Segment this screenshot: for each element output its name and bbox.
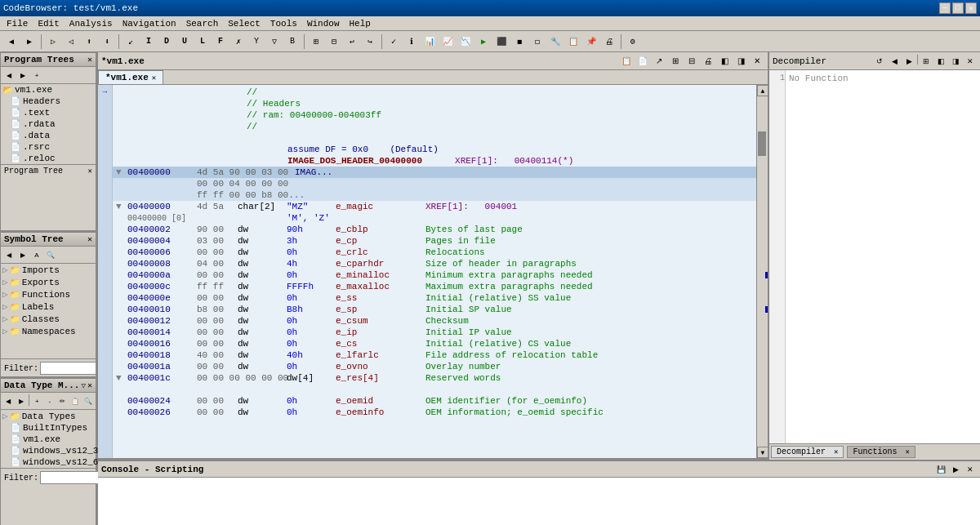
menu-help[interactable]: Help bbox=[344, 18, 375, 29]
dec-btn-3[interactable]: ⊞ bbox=[920, 55, 933, 68]
expand-icon-namespaces[interactable]: ▷ bbox=[2, 326, 8, 336]
code-row-00400000-bytes[interactable]: ▼ 00400000 4d 5a 90 00 03 00 IMAG... bbox=[113, 167, 756, 178]
listing-btn-2[interactable]: 📄 bbox=[635, 54, 650, 69]
maximize-button[interactable]: □ bbox=[952, 2, 964, 14]
toolbar-btn-s6[interactable]: ◻ bbox=[529, 33, 546, 50]
code-row-eovno[interactable]: 0040001a 00 00 dw 0h e_ovno Overlay numb… bbox=[113, 361, 756, 372]
toolbar-btn-l[interactable]: L bbox=[194, 33, 211, 50]
dt-btn-1[interactable]: ◀ bbox=[2, 394, 15, 407]
tree-btn-1[interactable]: ◀ bbox=[2, 69, 16, 82]
console-btn-run[interactable]: ▶ bbox=[949, 463, 962, 476]
dt-item-vs12-64[interactable]: 📄 windows_vs12_64 bbox=[1, 456, 96, 468]
console-content[interactable] bbox=[98, 478, 980, 525]
listing-close[interactable]: ✕ bbox=[750, 54, 764, 69]
decompiler-tab-functions[interactable]: Functions ✕ bbox=[847, 446, 915, 458]
symbol-item-exports[interactable]: ▷ 📁 Exports bbox=[1, 276, 96, 288]
toolbar-btn-3[interactable]: ⬆ bbox=[81, 33, 97, 50]
expand-btn-1[interactable]: ▼ bbox=[116, 167, 127, 177]
expand-icon-dt[interactable]: ▷ bbox=[2, 411, 8, 421]
listing-scrollbar[interactable]: ▲ ▼ bbox=[756, 85, 768, 458]
listing-btn-1[interactable]: 📋 bbox=[619, 54, 634, 69]
toolbar-btn-b[interactable]: B bbox=[284, 33, 301, 50]
toolbar-btn-s7[interactable]: 🔧 bbox=[547, 33, 564, 50]
code-row-dos-header-label[interactable]: IMAGE_DOS_HEADER_00400000 XREF[1]: 00400… bbox=[113, 155, 756, 167]
toolbar-btn-nav3[interactable]: ↩ bbox=[344, 33, 360, 50]
minimize-button[interactable]: — bbox=[939, 2, 951, 14]
symbol-btn-3[interactable]: A bbox=[30, 248, 43, 261]
dt-btn-2[interactable]: ▶ bbox=[16, 394, 28, 407]
expand-icon-classes[interactable]: ▷ bbox=[2, 314, 8, 324]
program-tree-close[interactable]: ✕ bbox=[87, 55, 92, 65]
code-row-ecsum[interactable]: 00400012 00 00 dw 0h e_csum Checksum bbox=[113, 315, 756, 327]
toolbar-btn-nav2[interactable]: ⊟ bbox=[326, 33, 342, 50]
toolbar-btn-s10[interactable]: 🖨 bbox=[601, 33, 617, 50]
toolbar-btn-d[interactable]: D bbox=[158, 33, 175, 50]
dec-close[interactable]: ✕ bbox=[964, 55, 977, 68]
dec-tab-close-2[interactable]: ✕ bbox=[905, 448, 909, 456]
toolbar-btn-s11[interactable]: ⚙ bbox=[625, 33, 641, 50]
expand-btn-eres[interactable]: ▼ bbox=[116, 373, 127, 383]
listing-btn-cursor[interactable]: ↗ bbox=[652, 54, 666, 69]
code-row-eoemid[interactable]: 00400024 00 00 dw 0h e_oemid OEM identif… bbox=[113, 395, 756, 407]
console-close[interactable]: ✕ bbox=[964, 463, 977, 476]
toolbar-btn-u[interactable]: U bbox=[176, 33, 193, 50]
toolbar-btn-nav1[interactable]: ⊞ bbox=[308, 33, 324, 50]
scroll-up-btn[interactable]: ▲ bbox=[757, 85, 768, 96]
toolbar-btn-s2[interactable]: 📈 bbox=[439, 33, 456, 50]
code-row-emaxalloc[interactable]: 0040000c ff ff dw FFFFh e_maxalloc Maxim… bbox=[113, 281, 756, 292]
listing-btn-3[interactable]: ⊞ bbox=[668, 54, 683, 69]
toolbar-btn-check[interactable]: ✓ bbox=[385, 33, 402, 50]
listing-btn-print[interactable]: 🖨 bbox=[701, 54, 715, 69]
program-tree-tab-close[interactable]: ✕ bbox=[88, 167, 92, 176]
scroll-down-btn[interactable]: ▼ bbox=[757, 447, 768, 458]
toolbar-btn-nav4[interactable]: ↪ bbox=[362, 33, 378, 50]
toolbar-btn-y[interactable]: Y bbox=[248, 33, 265, 50]
tree-item-rsrc[interactable]: 📄 .rsrc bbox=[1, 141, 96, 153]
code-row-elfarlc[interactable]: 00400018 40 00 dw 40h e_lfarlc File addr… bbox=[113, 349, 756, 361]
dt-btn-6[interactable]: 📋 bbox=[69, 394, 82, 407]
code-row-ecs[interactable]: 00400016 00 00 dw 0h e_cs Initial (relat… bbox=[113, 338, 756, 349]
tree-item-headers[interactable]: 📄 Headers bbox=[1, 96, 96, 107]
toolbar-btn-f[interactable]: F bbox=[212, 33, 229, 50]
toolbar-btn-v[interactable]: ▽ bbox=[266, 33, 283, 50]
expand-icon-functions[interactable]: ▷ bbox=[2, 289, 8, 300]
code-row-eminalloc[interactable]: 0040000a 00 00 dw 0h e_minalloc Minimum … bbox=[113, 269, 756, 281]
code-listing[interactable]: // // Headers // ram: 00400000-004003ff … bbox=[113, 85, 756, 458]
back-button[interactable]: ◀ bbox=[3, 33, 20, 50]
toolbar-btn-x[interactable]: ✗ bbox=[230, 33, 247, 50]
expand-icon-labels[interactable]: ▷ bbox=[2, 301, 8, 312]
menu-edit[interactable]: Edit bbox=[33, 18, 64, 29]
menu-window[interactable]: Window bbox=[302, 18, 345, 29]
toolbar-btn-s3[interactable]: 📉 bbox=[457, 33, 474, 50]
toolbar-btn-2[interactable]: ◁ bbox=[63, 33, 79, 50]
console-btn-save[interactable]: 💾 bbox=[934, 463, 947, 476]
dec-btn-4[interactable]: ◧ bbox=[934, 55, 947, 68]
tree-item-text[interactable]: 📄 .text bbox=[1, 107, 96, 118]
tree-item-data[interactable]: 📄 .data bbox=[1, 130, 96, 141]
close-button[interactable]: ✕ bbox=[965, 2, 977, 14]
menu-analysis[interactable]: Analysis bbox=[65, 18, 118, 29]
data-type-close[interactable]: ✕ bbox=[87, 380, 92, 390]
code-row-assume[interactable]: assume DF = 0x0 (Default) bbox=[113, 144, 756, 155]
symbol-item-functions[interactable]: ▷ 📁 Functions bbox=[1, 288, 96, 300]
toolbar-btn-s8[interactable]: 📋 bbox=[565, 33, 581, 50]
dt-item-builtins[interactable]: 📄 BuiltInTypes bbox=[1, 422, 96, 434]
tab-close-icon[interactable]: ✕ bbox=[152, 73, 156, 82]
code-row-esp[interactable]: 00400010 b8 00 dw B8h e_sp Initial SP va… bbox=[113, 304, 756, 315]
code-row-eres[interactable]: ▼ 0040001c 00 00 00 00 00 00 dw[4] e_res… bbox=[113, 372, 756, 384]
dec-btn-1[interactable]: ◀ bbox=[888, 55, 901, 68]
dt-btn-3[interactable]: + bbox=[31, 394, 43, 407]
symbol-tree-close[interactable]: ✕ bbox=[87, 234, 92, 244]
dec-btn-refresh[interactable]: ↺ bbox=[873, 55, 886, 68]
dec-btn-2[interactable]: ▶ bbox=[902, 55, 915, 68]
menu-navigation[interactable]: Navigation bbox=[118, 18, 181, 29]
code-row-ecparhdr[interactable]: 00400008 04 00 dw 4h e_cparhdr Size of h… bbox=[113, 258, 756, 269]
listing-btn-4[interactable]: ⊟ bbox=[684, 54, 699, 69]
toolbar-btn-1[interactable]: ▷ bbox=[45, 33, 61, 50]
forward-button[interactable]: ▶ bbox=[21, 33, 38, 50]
dec-btn-5[interactable]: ◨ bbox=[949, 55, 962, 68]
symbol-btn-4[interactable]: 🔍 bbox=[44, 248, 57, 261]
code-row-ecp[interactable]: 00400004 03 00 dw 3h e_cp Pages in file bbox=[113, 235, 756, 247]
code-row-emagic[interactable]: ▼ 00400000 4d 5a char[2] "MZ" e_magic XR… bbox=[113, 201, 756, 212]
symbol-btn-2[interactable]: ▶ bbox=[16, 248, 29, 261]
